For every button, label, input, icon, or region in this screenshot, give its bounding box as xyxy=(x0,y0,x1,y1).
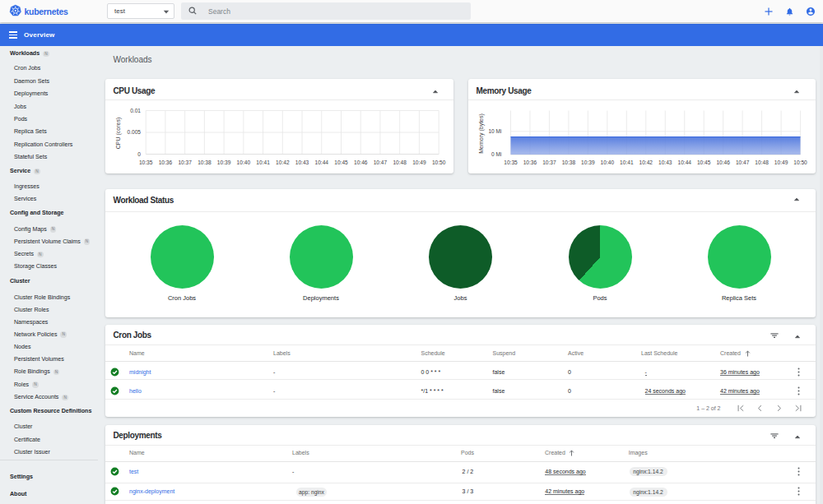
svg-text:0.005: 0.005 xyxy=(127,129,141,135)
svg-text:10:42: 10:42 xyxy=(639,160,653,165)
svg-text:10:42: 10:42 xyxy=(276,160,290,165)
svg-text:10:45: 10:45 xyxy=(697,160,711,165)
svg-text:10:48: 10:48 xyxy=(755,160,769,165)
svg-text:0: 0 xyxy=(137,151,141,157)
svg-text:CPU (cores): CPU (cores) xyxy=(115,118,122,150)
svg-text:10:38: 10:38 xyxy=(198,160,212,165)
svg-text:10:40: 10:40 xyxy=(601,160,615,165)
svg-text:10:36: 10:36 xyxy=(523,160,537,165)
svg-text:10:44: 10:44 xyxy=(677,160,691,165)
svg-text:10:35: 10:35 xyxy=(504,160,518,165)
svg-text:10:37: 10:37 xyxy=(542,160,556,165)
svg-text:10:50: 10:50 xyxy=(432,160,446,165)
svg-text:10:48: 10:48 xyxy=(393,160,407,165)
svg-text:10:39: 10:39 xyxy=(217,160,231,165)
svg-text:10:36: 10:36 xyxy=(159,160,173,165)
svg-text:10:39: 10:39 xyxy=(581,160,595,165)
svg-text:10:49: 10:49 xyxy=(774,160,788,165)
svg-text:10:50: 10:50 xyxy=(793,160,807,165)
svg-text:10:45: 10:45 xyxy=(334,160,348,165)
svg-text:10:41: 10:41 xyxy=(620,160,634,165)
svg-text:Memory (bytes): Memory (bytes) xyxy=(478,113,485,154)
svg-text:10:46: 10:46 xyxy=(354,160,368,165)
svg-text:10:43: 10:43 xyxy=(658,160,672,165)
svg-text:10:44: 10:44 xyxy=(315,160,329,165)
svg-text:10:49: 10:49 xyxy=(412,160,426,165)
svg-text:10:40: 10:40 xyxy=(237,160,251,165)
svg-text:10:38: 10:38 xyxy=(562,160,576,165)
svg-text:10:41: 10:41 xyxy=(256,160,270,165)
svg-text:0 Mi: 0 Mi xyxy=(491,151,502,157)
svg-text:10:37: 10:37 xyxy=(178,160,192,165)
svg-text:10:35: 10:35 xyxy=(139,160,153,165)
svg-text:0.01: 0.01 xyxy=(130,108,141,113)
svg-text:10:47: 10:47 xyxy=(374,160,388,165)
svg-text:10 Mi: 10 Mi xyxy=(488,128,502,134)
svg-text:10:47: 10:47 xyxy=(736,160,750,165)
svg-text:10:46: 10:46 xyxy=(716,160,730,165)
svg-text:10:43: 10:43 xyxy=(295,160,309,165)
